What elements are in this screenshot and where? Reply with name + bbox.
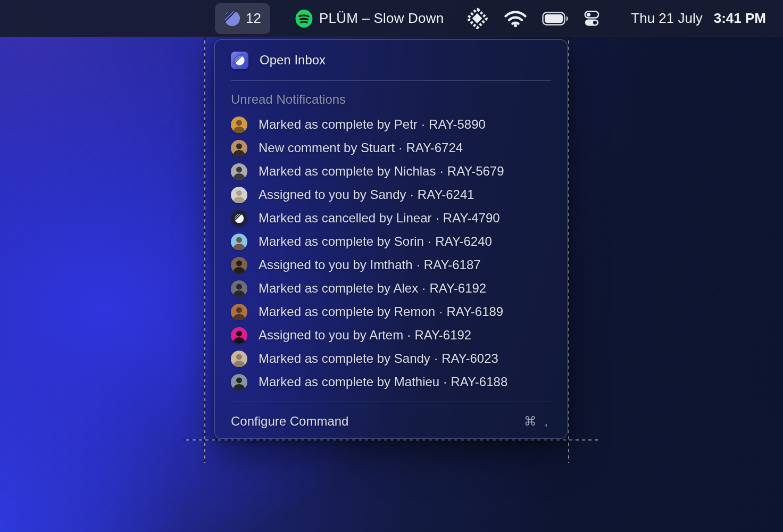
avatar-person: [231, 187, 247, 203]
avatar: [231, 280, 247, 297]
menubar-item-linear[interactable]: 12: [215, 3, 270, 34]
spotify-icon: [295, 9, 313, 29]
avatar: [231, 327, 247, 344]
notification-text: Assigned to you by Sandy · RAY-6241: [259, 187, 474, 202]
linear-app-icon: [231, 52, 248, 69]
avatar: [231, 210, 247, 227]
notification-text: Marked as complete by Remon · RAY-6189: [259, 304, 503, 319]
notification-item[interactable]: Marked as complete by Sorin · RAY-6240: [231, 230, 551, 253]
menubar-status-icons: [465, 7, 601, 30]
menubar-date: Thu 21 July: [631, 10, 702, 27]
linear-unread-count: 12: [246, 10, 261, 27]
control-center-icon[interactable]: [583, 9, 601, 28]
divider-top: [231, 80, 551, 81]
avatar: [231, 163, 247, 180]
notification-text: Marked as complete by Sorin · RAY-6240: [259, 234, 492, 249]
configure-command-item[interactable]: Configure Command ⌘ ,: [231, 402, 551, 440]
notification-item[interactable]: Assigned to you by Artem · RAY-6192: [231, 323, 551, 347]
avatar: [231, 140, 247, 156]
notification-item[interactable]: Marked as complete by Sandy · RAY-6023: [231, 347, 551, 370]
keyboard-shortcut: ⌘ ,: [524, 414, 550, 429]
battery-icon[interactable]: [542, 11, 569, 26]
avatar-person: [231, 234, 247, 250]
open-inbox-item[interactable]: Open Inbox: [231, 40, 551, 80]
open-inbox-label: Open Inbox: [260, 53, 326, 68]
notification-item[interactable]: Marked as complete by Nichlas · RAY-5679: [231, 160, 551, 183]
linear-icon: [224, 10, 240, 27]
notification-item[interactable]: Marked as complete by Mathieu · RAY-6188: [231, 370, 551, 394]
notification-item[interactable]: Marked as complete by Petr · RAY-5890: [231, 113, 551, 136]
avatar: [231, 187, 247, 203]
menubar-item-spotify[interactable]: PLÜM – Slow Down: [295, 9, 444, 29]
avatar: [231, 374, 247, 390]
notification-list: Marked as complete by Petr · RAY-5890 Ne…: [231, 113, 551, 394]
section-title: Unread Notifications: [231, 92, 551, 107]
avatar-person: [231, 351, 247, 367]
notification-item[interactable]: Marked as complete by Alex · RAY-6192: [231, 277, 551, 300]
avatar: [231, 304, 247, 320]
notification-text: Marked as cancelled by Linear · RAY-4790: [259, 211, 500, 226]
notification-text: Marked as complete by Sandy · RAY-6023: [259, 351, 498, 366]
avatar-person: [231, 374, 247, 390]
avatar: [231, 351, 247, 367]
notification-text: Assigned to you by Artem · RAY-6192: [259, 328, 471, 343]
menubar-clock[interactable]: Thu 21 July 3:41 PM: [631, 10, 766, 27]
menu-bar: 12 PLÜM – Slow Down: [0, 0, 783, 37]
avatar: [231, 234, 247, 250]
avatar-linear-logo: [231, 210, 247, 227]
notification-text: Assigned to you by Imthath · RAY-6187: [259, 257, 481, 272]
avatar-person: [231, 280, 247, 297]
notification-item[interactable]: Marked as cancelled by Linear · RAY-4790: [231, 206, 551, 230]
avatar-person: [231, 140, 247, 156]
menubar-time: 3:41 PM: [714, 10, 766, 27]
avatar-person: [231, 117, 247, 133]
notification-text: Marked as complete by Petr · RAY-5890: [259, 117, 486, 132]
avatar-person: [231, 304, 247, 320]
notification-text: Marked as complete by Alex · RAY-6192: [259, 281, 486, 296]
avatar: [231, 117, 247, 133]
avatar: [231, 257, 247, 273]
now-playing-label: PLÜM – Slow Down: [319, 10, 444, 27]
input-source-icon[interactable]: [465, 7, 489, 30]
avatar-person: [231, 163, 247, 180]
notification-text: Marked as complete by Mathieu · RAY-6188: [259, 375, 507, 389]
notification-item[interactable]: Marked as complete by Remon · RAY-6189: [231, 300, 551, 323]
linear-menubar-panel: Open Inbox Unread Notifications Marked a…: [214, 39, 568, 439]
notification-item[interactable]: New comment by Stuart · RAY-6724: [231, 136, 551, 160]
selection-marquee-left: [204, 37, 205, 463]
selection-marquee-right: [568, 37, 569, 463]
notification-item[interactable]: Assigned to you by Imthath · RAY-6187: [231, 253, 551, 277]
notification-text: New comment by Stuart · RAY-6724: [259, 140, 463, 155]
configure-command-label: Configure Command: [231, 414, 348, 429]
avatar-person: [231, 327, 247, 344]
avatar-person: [231, 257, 247, 273]
wifi-icon[interactable]: [503, 9, 528, 28]
notification-text: Marked as complete by Nichlas · RAY-5679: [259, 164, 504, 179]
notification-item[interactable]: Assigned to you by Sandy · RAY-6241: [231, 183, 551, 206]
